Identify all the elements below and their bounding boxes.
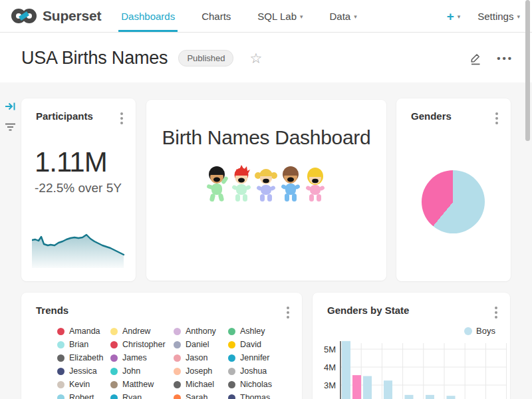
legend-item-ryan[interactable]: Ryan [110,391,174,399]
legend-item-jessica[interactable]: Jessica [57,364,110,378]
card-title: Genders by State [327,305,409,316]
settings-menu[interactable]: Settings ▾ [477,11,520,22]
dashboard-header: USA Births Names Published ☆ ••• [0,33,532,82]
legend-dot [57,381,65,388]
status-badge: Published [178,50,233,66]
chevron-down-icon: ▾ [458,13,461,20]
bar [426,395,434,399]
legend-item-robert[interactable]: Robert [57,391,110,399]
card-title: Participants [36,110,93,122]
genders-pie-chart [422,170,485,233]
legend-dot [57,368,65,375]
kebab-menu-icon[interactable] [492,110,501,126]
y-axis-tick: 5M [324,344,336,354]
big-number: 1.11M [35,146,136,178]
favorite-star-icon[interactable]: ☆ [249,51,262,65]
participants-card: Participants 1.11M -22.5% over 5Y [21,98,136,281]
trends-legend: AmandaAndrewAnthonyAshleyBrianChristophe… [57,325,295,399]
bar [384,380,392,399]
navbar: Superset Dashboards Charts SQL Lab ▾ Dat… [0,0,532,33]
legend-item-daniel[interactable]: Daniel [174,338,228,351]
y-axis-tick: 4M [324,362,336,372]
legend-dot [174,354,181,362]
genders-by-state-card: Genders by State Boys 5M4M3M [313,293,510,399]
new-item-button[interactable]: + ▾ [447,10,461,23]
legend-dot [57,341,65,348]
kebab-menu-icon[interactable] [283,305,293,321]
kebab-menu-icon[interactable] [491,305,501,321]
legend-item-ashley[interactable]: Ashley [228,325,295,338]
card-title: Trends [36,305,68,316]
legend-dot [174,368,181,375]
y-axis-tick: 3M [324,380,336,390]
legend-dot [110,328,118,335]
legend-item-anthony[interactable]: Anthony [174,325,228,338]
markdown-heading: Birth Names Dashboard [146,126,386,149]
page-title: USA Births Names [21,48,168,68]
brand-name: Superset [43,8,101,24]
legend-dot [228,341,235,348]
edit-pencil-icon[interactable] [469,51,482,65]
legend-dot [228,354,235,362]
legend-item-jason[interactable]: Jason [174,351,228,364]
legend-item-boys[interactable]: Boys [464,326,495,336]
legend-dot [228,394,235,399]
dashboard-canvas: Participants 1.11M -22.5% over 5Y Birth … [0,82,532,399]
plus-icon: + [447,10,454,23]
legend-item-andrew[interactable]: Andrew [110,325,174,338]
legend-item-david[interactable]: David [228,338,295,351]
legend-item-michael[interactable]: Michael [174,378,228,391]
filter-bar [5,101,16,132]
legend-item-joshua[interactable]: Joshua [228,364,295,378]
chevron-down-icon: ▾ [354,13,357,20]
bar [405,395,414,399]
superset-logo[interactable]: Superset [11,0,101,32]
legend-dot [110,381,118,388]
legend-dot [464,327,472,335]
legend-item-jennifer[interactable]: Jennifer [228,351,295,364]
bar [352,375,361,399]
legend-item-brian[interactable]: Brian [57,338,110,351]
nav-item-dashboards[interactable]: Dashboards [118,0,178,32]
children-illustration [205,165,328,206]
legend-item-joseph[interactable]: Joseph [174,364,228,378]
legend-item-christopher[interactable]: Christopher [110,338,174,351]
legend-dot [228,328,235,335]
markdown-card: Birth Names Dashboard [146,100,386,281]
legend-dot [228,368,235,375]
legend-dot [110,368,118,375]
bar [363,376,372,399]
legend-dot [110,341,118,348]
filter-icon[interactable] [5,122,16,132]
legend-item-thomas[interactable]: Thomas [228,391,295,399]
expand-filter-bar-icon[interactable] [5,101,16,112]
nav-item-data[interactable]: Data ▾ [327,0,360,32]
kebab-menu-icon[interactable] [117,110,126,126]
nav-item-charts[interactable]: Charts [199,0,233,32]
bar [447,396,456,399]
genders-card: Genders [396,98,511,281]
nav-item-sql-lab[interactable]: SQL Lab ▾ [255,0,305,32]
legend-item-amanda[interactable]: Amanda [57,325,110,338]
more-actions-icon[interactable]: ••• [497,53,513,64]
legend-dot [174,328,181,335]
navbar-right: + ▾ Settings ▾ [447,0,520,32]
big-number-subheader: -22.5% over 5Y [35,181,136,196]
chevron-down-icon: ▾ [517,13,520,20]
legend-dot [174,394,181,399]
legend-item-sarah[interactable]: Sarah [174,391,228,399]
chevron-down-icon: ▾ [300,13,303,20]
legend-item-elizabeth[interactable]: Elizabeth [57,351,110,364]
legend-dot [174,381,181,388]
legend-dot [57,394,65,399]
infinity-logo-icon [11,8,37,24]
legend-item-matthew[interactable]: Matthew [110,378,174,391]
card-title: Genders [411,110,452,122]
legend-dot [110,394,118,399]
legend-item-nicholas[interactable]: Nicholas [228,378,295,391]
legend-item-james[interactable]: James [110,351,174,364]
legend-item-john[interactable]: John [110,364,174,378]
legend-item-kevin[interactable]: Kevin [57,378,110,391]
scrollbar-thumb[interactable] [525,0,530,141]
legend-dot [110,354,118,362]
